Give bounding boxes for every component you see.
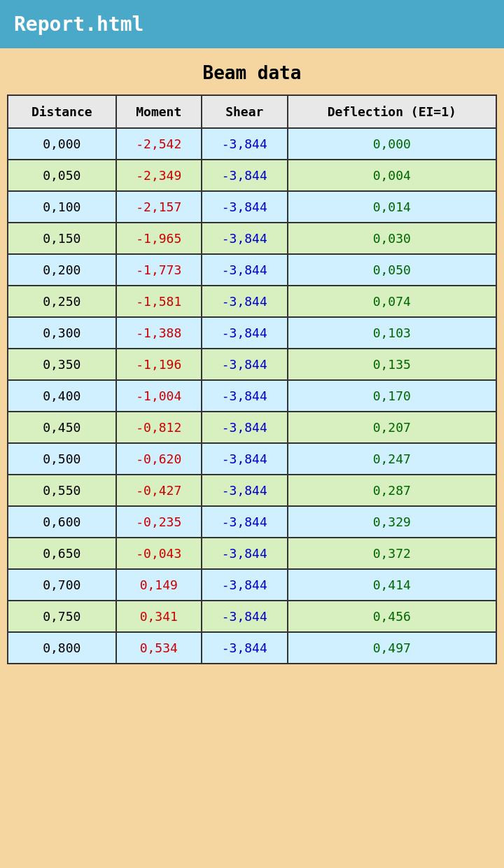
cell-deflection: 0,247 [288,443,496,475]
table-body: 0,000-2,542-3,8440,0000,050-2,349-3,8440… [8,128,496,664]
table-row: 0,550-0,427-3,8440,287 [8,475,496,506]
table-row: 0,150-1,965-3,8440,030 [8,223,496,254]
cell-deflection: 0,135 [288,349,496,380]
cell-deflection: 0,170 [288,380,496,412]
table-row: 0,250-1,581-3,8440,074 [8,286,496,317]
cell-distance: 0,000 [8,128,116,160]
table-row: 0,8000,534-3,8440,497 [8,632,496,664]
cell-shear: -3,844 [202,506,288,538]
cell-moment: -0,620 [116,443,202,475]
table-row: 0,7500,341-3,8440,456 [8,601,496,632]
cell-distance: 0,700 [8,569,116,601]
cell-shear: -3,844 [202,286,288,317]
cell-deflection: 0,329 [288,506,496,538]
cell-moment: -0,043 [116,538,202,569]
cell-distance: 0,050 [8,160,116,191]
cell-deflection: 0,050 [288,254,496,286]
cell-deflection: 0,207 [288,412,496,443]
cell-moment: -0,235 [116,506,202,538]
cell-distance: 0,750 [8,601,116,632]
cell-shear: -3,844 [202,443,288,475]
header-row: Distance Moment Shear Deflection (EI=1) [8,95,496,128]
cell-moment: -1,196 [116,349,202,380]
cell-moment: -1,581 [116,286,202,317]
cell-deflection: 0,372 [288,538,496,569]
beam-data-table: Distance Moment Shear Deflection (EI=1) … [7,94,497,664]
cell-deflection: 0,014 [288,191,496,223]
table-row: 0,7000,149-3,8440,414 [8,569,496,601]
app-title: Report.html [14,13,144,36]
cell-deflection: 0,103 [288,317,496,349]
cell-shear: -3,844 [202,254,288,286]
cell-deflection: 0,000 [288,128,496,160]
cell-distance: 0,150 [8,223,116,254]
cell-shear: -3,844 [202,223,288,254]
cell-shear: -3,844 [202,317,288,349]
cell-moment: -0,427 [116,475,202,506]
cell-distance: 0,600 [8,506,116,538]
table-row: 0,600-0,235-3,8440,329 [8,506,496,538]
cell-shear: -3,844 [202,538,288,569]
cell-distance: 0,350 [8,349,116,380]
table-header: Distance Moment Shear Deflection (EI=1) [8,95,496,128]
cell-shear: -3,844 [202,349,288,380]
table-row: 0,500-0,620-3,8440,247 [8,443,496,475]
table-row: 0,650-0,043-3,8440,372 [8,538,496,569]
col-header-shear: Shear [202,95,288,128]
col-header-moment: Moment [116,95,202,128]
cell-deflection: 0,287 [288,475,496,506]
cell-distance: 0,550 [8,475,116,506]
cell-distance: 0,800 [8,632,116,664]
cell-shear: -3,844 [202,569,288,601]
title-bar: Report.html [0,0,504,48]
cell-shear: -3,844 [202,191,288,223]
col-header-deflection: Deflection (EI=1) [288,95,496,128]
table-row: 0,450-0,812-3,8440,207 [8,412,496,443]
cell-distance: 0,400 [8,380,116,412]
cell-moment: -2,542 [116,128,202,160]
cell-distance: 0,300 [8,317,116,349]
cell-distance: 0,500 [8,443,116,475]
cell-deflection: 0,004 [288,160,496,191]
cell-moment: -1,388 [116,317,202,349]
cell-shear: -3,844 [202,475,288,506]
cell-moment: 0,534 [116,632,202,664]
cell-shear: -3,844 [202,632,288,664]
cell-shear: -3,844 [202,128,288,160]
cell-distance: 0,450 [8,412,116,443]
table-row: 0,200-1,773-3,8440,050 [8,254,496,286]
table-row: 0,400-1,004-3,8440,170 [8,380,496,412]
cell-deflection: 0,414 [288,569,496,601]
cell-shear: -3,844 [202,160,288,191]
cell-distance: 0,200 [8,254,116,286]
cell-shear: -3,844 [202,380,288,412]
cell-shear: -3,844 [202,412,288,443]
table-row: 0,300-1,388-3,8440,103 [8,317,496,349]
cell-moment: -2,157 [116,191,202,223]
cell-deflection: 0,074 [288,286,496,317]
cell-moment: 0,341 [116,601,202,632]
table-row: 0,350-1,196-3,8440,135 [8,349,496,380]
table-row: 0,100-2,157-3,8440,014 [8,191,496,223]
table-row: 0,000-2,542-3,8440,000 [8,128,496,160]
cell-distance: 0,650 [8,538,116,569]
section-title: Beam data [7,62,497,83]
content-area: Beam data Distance Moment Shear Deflecti… [0,48,504,678]
cell-moment: -1,773 [116,254,202,286]
cell-deflection: 0,030 [288,223,496,254]
table-row: 0,050-2,349-3,8440,004 [8,160,496,191]
cell-deflection: 0,497 [288,632,496,664]
cell-deflection: 0,456 [288,601,496,632]
cell-distance: 0,250 [8,286,116,317]
cell-moment: -1,004 [116,380,202,412]
cell-distance: 0,100 [8,191,116,223]
cell-moment: -1,965 [116,223,202,254]
cell-moment: 0,149 [116,569,202,601]
col-header-distance: Distance [8,95,116,128]
cell-shear: -3,844 [202,601,288,632]
cell-moment: -0,812 [116,412,202,443]
cell-moment: -2,349 [116,160,202,191]
